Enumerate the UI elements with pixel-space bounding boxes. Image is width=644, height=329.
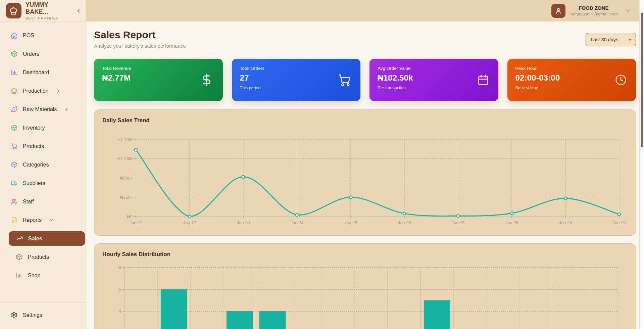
stat-card-total-orders: Total Orders27This period [232, 59, 361, 101]
stat-card-text: Total Revenue₦2.77M [102, 66, 215, 83]
app-logo [6, 3, 21, 18]
svg-text:6: 6 [118, 287, 121, 292]
svg-text:Jan 20: Jan 20 [237, 220, 250, 225]
stat-card-label: Avg Order Value [378, 66, 490, 71]
truck-icon [11, 180, 18, 187]
svg-text:Jan 28: Jan 28 [559, 220, 572, 225]
sidebar-item-label: POS [23, 33, 34, 39]
date-range-wrapper: Last 30 days [586, 33, 636, 46]
user-name: FOOD ZONE [579, 5, 608, 11]
sidebar-item-settings[interactable]: Settings [0, 308, 83, 322]
page-title: Sales Report [94, 29, 186, 41]
sidebar-item-products[interactable]: Products [0, 139, 83, 153]
top-bar: FOOD ZONE immaassells@gmail.com [86, 0, 639, 21]
calendar-icon [477, 74, 490, 86]
svg-text:Jan 25: Jan 25 [398, 220, 411, 225]
home-icon [11, 32, 18, 39]
stat-card-subtext: Busiest time [515, 86, 628, 90]
sidebar-item-reports[interactable]: Reports [0, 213, 83, 227]
sidebar-item-shop[interactable]: Shop [0, 268, 83, 283]
stat-card-subtext: Per transaction [378, 86, 490, 90]
svg-text:Jan 26: Jan 26 [451, 220, 464, 225]
hourly-sales-distribution-panel: Hourly Sales Distribution 86420 [94, 243, 636, 329]
sidebar-item-label: Staff [23, 199, 34, 205]
leaf-icon [11, 106, 18, 113]
chart-icon [11, 69, 18, 76]
sidebar-item-label: Products [23, 143, 44, 149]
user-menu[interactable]: FOOD ZONE immaassells@gmail.com [551, 4, 631, 18]
svg-text:Jan 29: Jan 29 [612, 220, 626, 225]
svg-text:₦0: ₦0 [127, 214, 133, 219]
svg-text:Jan 26: Jan 26 [505, 220, 518, 225]
stat-card-total-revenue: Total Revenue₦2.77M [94, 59, 223, 101]
daily-sales-trend-title: Daily Sales Trend [102, 117, 628, 124]
users-icon [11, 198, 18, 205]
sidebar-item-label: Suppliers [23, 180, 45, 186]
file-icon [11, 217, 18, 224]
dollar-icon [199, 73, 214, 87]
sidebar-item-label: Dashboard [23, 69, 49, 76]
stat-card-text: Peak Hour02:00-03:00Busiest time [515, 66, 628, 90]
sidebar-footer: Settings [0, 302, 86, 329]
stat-card-avg-order-value: Avg Order Value₦102.50kPer transaction [369, 59, 498, 101]
sidebar-item-pos[interactable]: POS [0, 28, 83, 43]
app-name: YUMMY BAKE... [26, 1, 71, 15]
sidebar-item-label: Settings [23, 312, 42, 318]
sidebar-menu: POSOrdersDashboardProductionRaw Material… [0, 21, 86, 283]
stat-card-value: ₦2.77M [102, 73, 215, 83]
chevron-down-icon [49, 218, 54, 223]
sidebar-item-inventory[interactable]: Inventory [0, 121, 83, 135]
sidebar-item-products[interactable]: Products [0, 250, 83, 264]
svg-text:₦350k: ₦350k [120, 195, 133, 200]
date-range-select[interactable]: Last 30 days [586, 33, 636, 46]
user-info: FOOD ZONE immaassells@gmail.com [569, 5, 618, 16]
app-identity: YUMMY BAKE... BEST PASTRIES [26, 1, 71, 20]
stat-card-label: Peak Hour [515, 66, 628, 71]
sidebar-collapse-button[interactable] [76, 8, 82, 14]
svg-text:Jan 12: Jan 12 [129, 220, 142, 225]
sidebar-item-categories[interactable]: Categories [0, 157, 83, 172]
stat-card-label: Total Revenue [102, 66, 215, 71]
svg-text:Jan 17: Jan 17 [183, 220, 196, 225]
page-heading: Sales Report Analyze your bakery's sales… [94, 29, 186, 49]
chevron-right-icon [64, 107, 69, 112]
sidebar-item-sales[interactable]: Sales [9, 231, 85, 246]
main-content: Sales Report Analyze your bakery's sales… [86, 21, 639, 329]
stat-card-text: Avg Order Value₦102.50kPer transaction [378, 66, 490, 90]
svg-text:₦700k: ₦700k [120, 176, 133, 181]
scrollbar-thumb[interactable] [641, 13, 643, 147]
stat-card-value: 02:00-03:00 [515, 73, 628, 83]
trend-icon [16, 235, 23, 242]
stat-card-value: ₦102.50k [378, 73, 490, 83]
chef-hat-icon [9, 6, 18, 15]
daily-sales-line-chart: ₦0₦350k₦700k₦1.05M₦1.40MJan 12Jan 17Jan … [102, 127, 629, 228]
daily-sales-trend-panel: Daily Sales Trend ₦0₦350k₦700k₦1.05M₦1.4… [94, 109, 636, 236]
svg-text:4: 4 [118, 309, 121, 314]
sidebar-item-staff[interactable]: Staff [0, 194, 83, 209]
box-icon [11, 161, 18, 168]
sidebar-item-label: Raw Materials [23, 106, 57, 112]
sidebar-item-label: Production [23, 88, 49, 94]
box-icon [11, 124, 18, 131]
sidebar-item-label: Orders [23, 51, 39, 57]
user-email: immaassells@gmail.com [569, 11, 618, 16]
sidebar-item-dashboard[interactable]: Dashboard [0, 65, 83, 80]
sidebar-item-raw-materials[interactable]: Raw Materials [0, 102, 83, 116]
sidebar-item-production[interactable]: Production [0, 84, 83, 98]
stat-card-text: Total Orders27This period [240, 66, 353, 90]
chart-icon [16, 272, 23, 279]
sidebar-item-label: Sales [28, 236, 42, 242]
user-menu-chevron [625, 8, 631, 14]
stat-card-subtext: This period [240, 86, 353, 90]
box-icon [16, 253, 23, 261]
svg-text:₦1.05M: ₦1.05M [117, 156, 133, 161]
page-scrollbar[interactable] [639, 0, 644, 329]
chefhat-icon [11, 87, 18, 94]
chevron-right-icon [56, 88, 61, 94]
sidebar: YUMMY BAKE... BEST PASTRIES POSOrdersDas… [0, 0, 86, 329]
sidebar-item-orders[interactable]: Orders [0, 47, 83, 61]
person-icon [555, 7, 562, 14]
sidebar-item-suppliers[interactable]: Suppliers [0, 176, 83, 190]
sidebar-item-label: Inventory [23, 125, 45, 131]
clock-icon [614, 74, 627, 86]
